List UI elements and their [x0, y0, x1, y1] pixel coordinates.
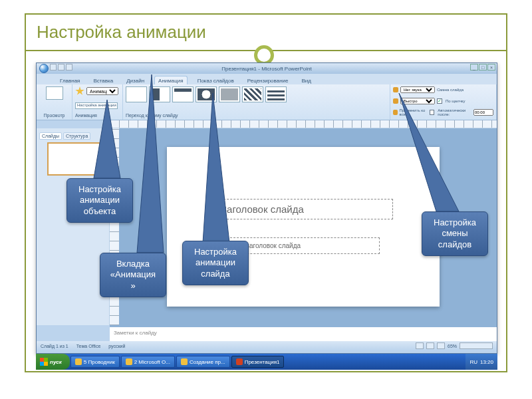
subtitle-placeholder[interactable]: Подзаголовок слайда	[227, 237, 380, 254]
autoafter-label: Автоматически после:	[438, 108, 471, 116]
tab-animation[interactable]: Анимация	[154, 76, 188, 84]
tab-home[interactable]: Главная	[57, 76, 83, 84]
windows-logo-icon	[40, 358, 48, 366]
taskbar-item[interactable]: 5 Проводник	[70, 356, 120, 368]
speed-icon	[393, 98, 398, 104]
transition-option[interactable]	[172, 86, 194, 102]
ribbon: Просмотр Анимация Настройка анимации Ани…	[37, 84, 497, 120]
advance-label: Смена слайда	[437, 88, 464, 92]
status-zoom: 65%	[448, 344, 457, 348]
callout-slide-transition: Настройка смены слайдов	[422, 211, 488, 256]
notes-pane[interactable]: Заметки к слайду	[110, 325, 497, 341]
transition-option[interactable]	[219, 86, 240, 102]
outline-tab[interactable]: Структура	[63, 132, 90, 140]
autoafter-checkbox[interactable]	[430, 110, 434, 115]
tab-slideshow[interactable]: Показ слайдов	[194, 76, 237, 84]
tab-insert[interactable]: Вставка	[90, 76, 116, 84]
ribbon-group-preview: Просмотр	[37, 84, 72, 120]
ribbon-tabs: Главная Вставка Дизайн Анимация Показ сл…	[37, 74, 497, 84]
office-orb-icon[interactable]	[39, 64, 49, 73]
titlebar: Презентация1 - Microsoft PowerPoint _ □ …	[37, 63, 497, 74]
ribbon-group-options: Нет звукаСмена слайда БыстроПо щелчку Пр…	[390, 84, 497, 120]
start-button[interactable]: пуск	[36, 354, 70, 370]
qat-undo-icon[interactable]	[58, 64, 65, 70]
powerpoint-icon	[236, 358, 243, 365]
slide-thumbnail-1[interactable]	[47, 142, 100, 176]
qat-save-icon[interactable]	[50, 64, 57, 70]
close-icon[interactable]: ×	[487, 64, 495, 70]
animation-select[interactable]: Анимация	[86, 87, 118, 95]
apply-icon	[393, 110, 398, 115]
view-show-icon[interactable]	[437, 342, 445, 349]
view-sorter-icon[interactable]	[426, 342, 434, 349]
zoom-slider[interactable]	[460, 342, 493, 349]
slides-tab[interactable]: Слайды	[39, 132, 62, 140]
window-controls[interactable]: _ □ ×	[470, 64, 495, 70]
tray-clock: 13:20	[480, 359, 493, 365]
preview-button[interactable]	[46, 86, 63, 100]
window-title: Презентация1 - Microsoft PowerPoint	[221, 66, 311, 72]
app-icon	[126, 358, 132, 365]
tab-review[interactable]: Рецензирование	[244, 76, 292, 84]
slide-panel: Слайды Структура	[37, 128, 110, 325]
sound-select[interactable]: Нет звука	[400, 86, 435, 93]
preview-label: Просмотр	[44, 113, 65, 118]
view-normal-icon[interactable]	[416, 342, 424, 349]
taskbar-item[interactable]: Создание пр...	[176, 356, 230, 368]
taskbar-item[interactable]: Презентация1	[231, 356, 285, 368]
sound-icon	[393, 87, 398, 92]
tray-lang[interactable]: RU	[469, 359, 477, 365]
trans-group-label: Переход к этому слайду	[126, 113, 387, 118]
speed-select[interactable]: Быстро	[400, 98, 435, 104]
onclick-checkbox[interactable]	[437, 98, 442, 104]
transition-none[interactable]	[126, 86, 147, 102]
maximize-icon[interactable]: □	[479, 64, 487, 70]
status-lang: русский	[108, 344, 125, 348]
folder-icon	[75, 358, 82, 365]
apply-all-button[interactable]: Применить ко всем	[400, 108, 428, 116]
transition-option[interactable]	[242, 86, 263, 102]
quick-access-toolbar[interactable]	[39, 64, 72, 73]
windows-taskbar: пуск 5 Проводник 2 Microsoft O... Создан…	[36, 354, 497, 370]
callout-slide-animation: Настройка анимации слайда	[182, 241, 249, 285]
callout-animation-tab: Вкладка «Анимация »	[100, 253, 166, 297]
app-icon	[181, 358, 188, 365]
anim-group-label: Анимация	[75, 113, 120, 118]
taskbar-item[interactable]: 2 Microsoft O...	[121, 356, 175, 368]
title-placeholder[interactable]: Заголовок слайда	[213, 199, 393, 219]
transition-option[interactable]	[265, 86, 287, 102]
status-slide: Слайд 1 из 1	[41, 344, 68, 348]
minimize-icon[interactable]: _	[470, 64, 478, 70]
tab-view[interactable]: Вид	[299, 76, 315, 84]
autoafter-time[interactable]	[473, 109, 493, 116]
ribbon-group-animation: Анимация Настройка анимации Анимация	[72, 84, 123, 120]
transition-option[interactable]	[196, 86, 217, 102]
tab-design[interactable]: Дизайн	[123, 76, 148, 84]
slide-title: Настройка анимации	[37, 22, 206, 43]
transition-option[interactable]	[149, 86, 170, 102]
status-theme: Тема Office	[76, 344, 101, 348]
system-tray[interactable]: RU 13:20	[466, 354, 497, 370]
horizontal-ruler	[110, 120, 497, 128]
custom-animation-button[interactable]: Настройка анимации	[75, 102, 118, 109]
qat-redo-icon[interactable]	[66, 64, 72, 70]
status-bar: Слайд 1 из 1 Тема Office русский 65%	[37, 341, 497, 350]
onclick-label: По щелчку	[446, 99, 466, 103]
animation-star-icon	[75, 86, 84, 96]
callout-object-animation: Настройка анимации объекта	[66, 178, 133, 223]
ribbon-group-transitions: Переход к этому слайду	[123, 84, 390, 120]
